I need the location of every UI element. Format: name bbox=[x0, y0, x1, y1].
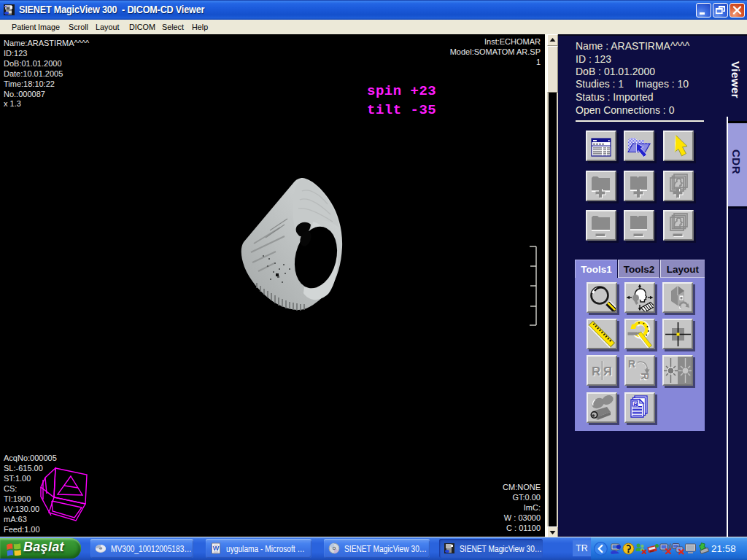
svg-text:R: R bbox=[603, 365, 612, 378]
svg-text:R: R bbox=[634, 401, 638, 408]
svg-text:W: W bbox=[213, 545, 220, 552]
svg-text:R: R bbox=[639, 373, 651, 380]
svg-text:R: R bbox=[592, 365, 600, 378]
svg-text:R: R bbox=[628, 358, 635, 370]
